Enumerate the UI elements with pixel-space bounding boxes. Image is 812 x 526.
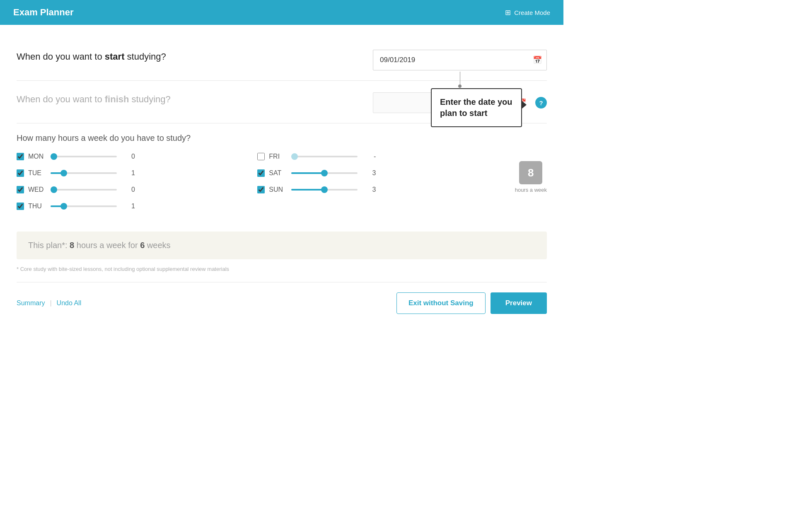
days-grid-wrap: MON 0 FRI [17,153,498,219]
mon-hours: 0 [125,153,135,160]
wed-slider-thumb[interactable] [51,186,57,193]
footer-left: Summary | Undo All [17,299,81,307]
start-date-container: 📅 [373,50,547,70]
day-row-mon: MON 0 [17,153,257,160]
tooltip-box: Enter the date you plan to start [431,88,522,127]
fri-slider-track [291,156,358,157]
sun-checkbox[interactable] [257,186,265,193]
preview-button[interactable]: Preview [491,292,547,314]
connector-dot [458,84,462,88]
sat-checkbox[interactable] [257,169,265,177]
sun-slider-thumb[interactable] [321,186,328,193]
sat-slider-track [291,172,358,174]
sat-slider-fill [291,172,324,174]
start-question: When do you want to start studying? [17,50,166,62]
finish-date-right: Enter the date you plan to start 📅 ? [373,92,547,113]
wed-slider-track [51,189,117,191]
day-row-sat: SAT 3 [257,169,498,177]
finish-question: When do you want to finish studying? [17,92,171,105]
day-row-sun: SUN 3 [257,186,498,193]
thu-checkbox[interactable] [17,203,24,210]
tue-hours: 1 [125,169,135,177]
sun-slider-track [291,189,358,191]
connector-line [460,72,460,86]
wed-label: WED [28,186,45,193]
sat-hours: 3 [366,169,376,177]
app-header: Exam Planner ⊞ Create Mode [0,0,563,25]
plan-summary-bar: This plan*: 8 hours a week for 6 weeks [17,232,547,259]
days-and-badge: MON 0 FRI [17,153,547,219]
plan-asterisk: * [62,241,65,250]
mon-slider-track [51,156,117,157]
hours-question: How many hours a week do you have to stu… [17,133,547,143]
footer-right: Exit without Saving Preview [396,292,547,314]
mon-checkbox[interactable] [17,153,24,160]
tue-slider-track [51,172,117,174]
create-mode-indicator: ⊞ Create Mode [505,8,550,17]
fri-hours: - [366,153,376,160]
mon-slider-thumb[interactable] [51,153,57,160]
help-icon[interactable]: ? [535,97,547,109]
start-date-row: When do you want to start studying? 📅 [17,38,547,81]
create-mode-label: Create Mode [514,9,550,16]
day-row-wed: WED 0 [17,186,257,193]
tue-label: TUE [28,169,45,177]
start-date-input[interactable] [373,50,547,70]
finish-date-row: When do you want to finish studying? Ent… [17,81,547,123]
tue-slider-thumb[interactable] [60,170,67,176]
total-hours-badge: 8 hours a week [515,157,547,193]
footer-divider: | [50,299,51,307]
wed-hours: 0 [125,186,135,193]
thu-label: THU [28,203,45,210]
sun-hours: 3 [366,186,376,193]
plan-hours: 8 [70,241,74,250]
plan-prefix: This plan [28,241,62,250]
thu-slider-track [51,205,117,207]
plan-suffix: weeks [145,241,170,250]
footnote: * Core study with bite-sized lessons, no… [17,266,547,272]
day-row-thu: THU 1 [17,203,257,210]
empty-cell [257,203,498,219]
sat-slider-thumb[interactable] [321,170,328,176]
fri-label: FRI [269,153,285,160]
day-row-fri: FRI - [257,153,498,160]
wed-checkbox[interactable] [17,186,24,193]
fri-checkbox[interactable] [257,153,265,160]
total-hours-label: hours a week [515,187,547,193]
thu-hours: 1 [125,203,135,210]
sat-label: SAT [269,169,285,177]
main-content: When do you want to start studying? 📅 Wh… [0,25,563,324]
plan-middle: hours a week for [74,241,140,250]
sun-slider-fill [291,189,324,191]
plan-weeks: 6 [140,241,145,250]
thu-slider-thumb[interactable] [60,203,67,210]
start-calendar-icon[interactable]: 📅 [533,55,542,65]
create-mode-icon: ⊞ [505,8,511,17]
footer: Summary | Undo All Exit without Saving P… [17,282,547,324]
days-row-1: MON 0 FRI [17,153,498,169]
days-row-3: WED 0 SUN [17,186,498,203]
total-hours-value: 8 [519,161,542,184]
exit-button[interactable]: Exit without Saving [396,292,486,314]
fri-slider-thumb[interactable] [291,153,298,160]
app-title: Exam Planner [13,7,74,18]
day-row-tue: TUE 1 [17,169,257,177]
plan-colon: : [65,241,70,250]
hours-section: How many hours a week do you have to stu… [17,123,547,227]
sun-label: SUN [269,186,285,193]
summary-link[interactable]: Summary [17,299,45,307]
tue-checkbox[interactable] [17,169,24,177]
mon-label: MON [28,153,45,160]
days-row-2: TUE 1 SAT [17,169,498,186]
undo-all-link[interactable]: Undo All [57,299,82,307]
days-row-4: THU 1 [17,203,498,219]
